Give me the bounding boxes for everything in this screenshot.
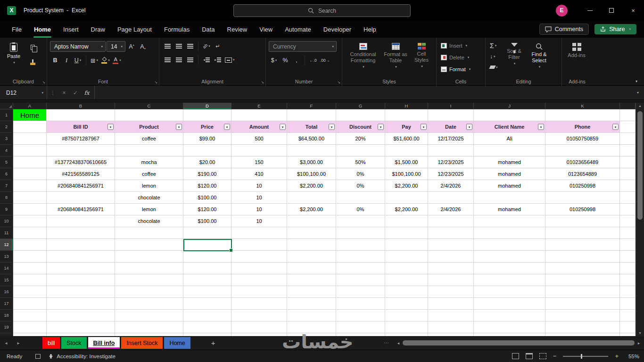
cell-E3[interactable]: 500 [231,133,287,145]
cell-I18[interactable] [428,310,474,321]
cell-G4[interactable] [336,145,385,156]
zoom-slider-thumb[interactable] [581,354,582,359]
cell-H7[interactable]: $2,200.00 [385,180,428,192]
ribbon-tab-review[interactable]: Review [221,21,254,38]
borders-button[interactable]: ⊞▾ [89,55,99,66]
zoom-level[interactable]: 55% [625,354,639,359]
cell-E4[interactable] [231,145,287,156]
align-middle-button[interactable] [173,41,184,51]
cell-J4[interactable] [474,145,545,156]
increase-indent-button[interactable]: ▸ [213,55,223,65]
cell-I19[interactable] [428,321,474,333]
wrap-text-button[interactable]: ↵ [213,41,223,51]
cell-C18[interactable] [115,310,183,321]
cell-D4[interactable] [183,145,231,156]
expand-formula-bar-button[interactable]: ▾ [632,90,644,95]
cell-F4[interactable] [287,145,336,156]
cell-G3[interactable]: 20% [336,133,385,145]
column-header-C[interactable]: C [115,103,183,109]
cell-I12[interactable] [428,239,474,251]
cell-K9[interactable]: 010250998 [545,204,620,215]
clear-button[interactable]: ▾ [488,63,499,72]
cell-E17[interactable] [231,298,287,310]
row-header-9[interactable]: 9 [0,204,13,215]
cell-filler[interactable] [620,286,636,298]
row-header-19[interactable]: 19 [0,321,13,333]
cell-G8[interactable] [336,192,385,204]
cell-H17[interactable] [385,298,428,310]
italic-button[interactable]: I [61,55,72,66]
cell-E1[interactable] [231,109,287,121]
column-header-D[interactable]: D [183,103,231,109]
cell-A11[interactable] [13,227,47,239]
cell-F15[interactable] [287,274,336,286]
addins-button[interactable]: Add-ins [565,41,588,58]
cell-J1[interactable] [474,109,545,121]
row-header-17[interactable]: 17 [0,298,13,310]
cell-D18[interactable] [183,310,231,321]
cell-D7[interactable]: $120.00 [183,180,231,192]
sheet-nav-left-icon[interactable]: ◂ [0,340,12,346]
cell-K7[interactable]: 010250998 [545,180,620,192]
table-header-cell-E2[interactable]: Amount▼ [231,121,287,133]
cell-A8[interactable] [13,192,47,204]
cell-A17[interactable] [13,298,47,310]
cell-I8[interactable] [428,192,474,204]
ribbon-tab-page-layout[interactable]: Page Layout [111,21,158,38]
table-header-cell-D2[interactable]: Price▼ [183,121,231,133]
table-header-cell-B2[interactable]: Bill ID▼ [47,121,115,133]
shrink-font-button[interactable]: A▾ [138,41,148,52]
cell-I1[interactable] [428,109,474,121]
cell-B11[interactable] [47,227,115,239]
cell-G15[interactable] [336,274,385,286]
vertical-scrollbar[interactable]: ▴ ▾ [636,103,644,336]
table-header-cell-I2[interactable]: Date▼ [428,121,474,133]
row-header-6[interactable]: 6 [0,168,13,180]
cell-I7[interactable]: 2/4/2026 [428,180,474,192]
cell-J8[interactable] [474,192,545,204]
cell-J14[interactable] [474,263,545,274]
cell-J15[interactable] [474,274,545,286]
font-name-select[interactable]: Aptos Narrow ▾ [50,41,106,52]
align-center-button[interactable] [173,55,184,65]
cell-I11[interactable] [428,227,474,239]
cell-A14[interactable] [13,263,47,274]
cell-H9[interactable]: $2,200.00 [385,204,428,215]
cell-E7[interactable]: 10 [231,180,287,192]
cell-J7[interactable]: mohamed [474,180,545,192]
cell-G10[interactable] [336,215,385,227]
accessibility-status[interactable]: Accessibility: Investigate [48,354,116,359]
column-header-E[interactable]: E [231,103,287,109]
cell-K3[interactable]: 01050750859 [545,133,620,145]
cell-B16[interactable] [47,286,115,298]
table-header-cell-H2[interactable]: Pay▼ [385,121,428,133]
cell-J16[interactable] [474,286,545,298]
cell-D8[interactable]: $100.00 [183,192,231,204]
cell-I6[interactable]: 12/23/2025 [428,168,474,180]
fill-button[interactable]: ↓▾ [488,52,499,61]
cell-A2[interactable] [13,121,47,133]
cell-filler[interactable] [620,298,636,310]
cell-E9[interactable]: 10 [231,204,287,215]
fill-color-button[interactable]: ▾ [100,55,111,66]
cell-C6[interactable]: coffee [115,168,183,180]
increase-decimal-button[interactable]: ←.0 [308,55,318,66]
select-all-corner[interactable] [0,103,13,109]
cell-C13[interactable] [115,251,183,263]
cell-F10[interactable] [287,215,336,227]
row-header-2[interactable]: 2 [0,121,13,133]
align-right-button[interactable] [185,55,195,65]
cell-F1[interactable] [287,109,336,121]
row-header-15[interactable]: 15 [0,274,13,286]
sheet-tab-bill-info[interactable]: Bill info [88,337,120,349]
maximize-button[interactable] [601,0,622,21]
cell-J18[interactable] [474,310,545,321]
column-header-F[interactable]: F [287,103,336,109]
cell-K15[interactable] [545,274,620,286]
cell-K12[interactable] [545,239,620,251]
cell-B9[interactable]: #206840841256971 [47,204,115,215]
cell-E8[interactable]: 10 [231,192,287,204]
cell-I9[interactable]: 2/4/2026 [428,204,474,215]
copy-button[interactable] [27,42,38,52]
cell-F19[interactable] [287,321,336,333]
